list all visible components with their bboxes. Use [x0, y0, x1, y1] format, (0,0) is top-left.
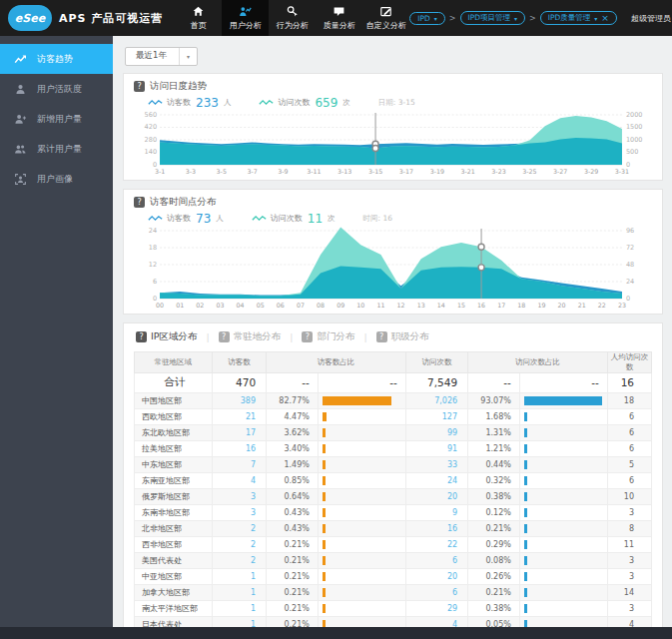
percentage-bar-cell	[519, 504, 607, 520]
sidebar-item-4[interactable]: 用户画像	[0, 164, 113, 194]
visitors-value[interactable]: 2	[212, 520, 266, 536]
nav-item-label: 自定义分析	[366, 20, 406, 31]
tab-label: IP区域分布	[151, 330, 198, 343]
visitors-bar	[323, 572, 326, 581]
region-cell: 东南非地区部	[135, 504, 213, 520]
chevron-down-icon[interactable]: ▾	[434, 15, 437, 22]
visits-value[interactable]: 16	[405, 520, 467, 536]
percentage-bar-cell	[519, 408, 607, 424]
help-icon[interactable]: ?	[134, 81, 145, 92]
visitors-pct: 3.40%	[267, 440, 319, 456]
tab-0[interactable]: ?IP区域分布	[136, 330, 198, 343]
percentage-bar-cell	[318, 568, 405, 584]
visits-value[interactable]: 22	[405, 536, 467, 552]
brand[interactable]: eSee APS 产品可视运营	[0, 0, 175, 36]
nav-item-1[interactable]: 用户分析	[222, 0, 269, 36]
visitors-value[interactable]: 2	[212, 536, 266, 552]
close-icon[interactable]: ×	[601, 14, 609, 23]
sidebar-item-2[interactable]: 新增用户量	[0, 104, 113, 134]
total-label: 合计	[135, 372, 213, 392]
visits-value[interactable]: 99	[405, 424, 467, 440]
tab-2[interactable]: ?部门分布	[302, 330, 354, 343]
visits-value[interactable]: 29	[405, 600, 467, 616]
date-range-select[interactable]: 最近1年 ▾	[125, 47, 198, 66]
visitors-value[interactable]: 7	[212, 456, 266, 472]
visitors-value[interactable]: 1	[212, 616, 266, 627]
help-icon[interactable]: ?	[134, 197, 145, 208]
visitors-value[interactable]: 21	[212, 408, 266, 424]
daily-trend-chart[interactable]: 001405002801000420150056020003-13-33-53-…	[134, 111, 652, 177]
visitors-value[interactable]: 389	[212, 392, 266, 408]
nav-item-0[interactable]: 首页	[175, 0, 222, 36]
new-user-icon	[14, 113, 27, 126]
nav-item-2[interactable]: 行为分析	[269, 0, 316, 36]
help-icon[interactable]: ?	[219, 331, 230, 342]
legend-value: 11	[308, 212, 323, 226]
sidebar-item-1[interactable]: 用户活跃度	[0, 74, 113, 104]
sidebar-item-0[interactable]: 访客趋势	[0, 44, 113, 74]
svg-text:420: 420	[145, 123, 157, 131]
total-visitors: 470	[212, 372, 266, 392]
legend-label: 访问次数	[271, 213, 303, 224]
hourly-chart[interactable]: 0062412481872249600010203040506070809101…	[134, 227, 652, 311]
topbar-right: IPD▾>IPD项目管理▾>IPD质量管理▾× 超级管理员	[409, 0, 672, 36]
visits-value[interactable]: 33	[405, 456, 467, 472]
legend-label: 访客数	[167, 213, 191, 224]
visits-value[interactable]: 20	[405, 488, 467, 504]
visits-value[interactable]: 91	[405, 440, 467, 456]
tab-label: 常驻地分布	[234, 330, 282, 343]
visits-bar	[524, 556, 527, 565]
svg-text:0: 0	[626, 295, 630, 303]
column-header: 访客数占比	[267, 351, 406, 372]
help-icon[interactable]: ?	[376, 331, 387, 342]
visitors-value[interactable]: 2	[212, 552, 266, 568]
help-icon[interactable]: ?	[136, 331, 147, 342]
tab-1[interactable]: ?常驻地分布	[219, 330, 282, 343]
visitors-value[interactable]: 3	[212, 504, 266, 520]
help-icon[interactable]: ?	[302, 331, 313, 342]
svg-text:1500: 1500	[626, 123, 643, 131]
visits-value[interactable]: 24	[405, 472, 467, 488]
visitors-value[interactable]: 16	[212, 440, 266, 456]
visitors-bar	[323, 620, 326, 628]
user-role-label: 超级管理员	[631, 13, 671, 24]
visits-value[interactable]: 4	[405, 616, 467, 627]
trend-icon	[14, 53, 27, 66]
region-cell: 加拿大地区部	[135, 584, 213, 600]
visitors-pct: 0.85%	[267, 472, 319, 488]
svg-text:24: 24	[626, 278, 634, 286]
nav-item-4[interactable]: 自定义分析	[362, 0, 409, 36]
date-range-label: 最近1年	[126, 50, 179, 62]
visits-value[interactable]: 7,026	[405, 392, 467, 408]
chevron-down-icon[interactable]: ▾	[179, 48, 197, 65]
visitors-value[interactable]: 1	[212, 568, 266, 584]
visits-value[interactable]: 6	[405, 584, 467, 600]
nav-item-label: 质量分析	[324, 20, 355, 31]
nav-item-3[interactable]: 质量分析	[316, 0, 362, 36]
filter-pill-0[interactable]: IPD▾	[409, 12, 445, 25]
sidebar-item-3[interactable]: 累计用户量	[0, 134, 113, 164]
zigzag-line-icon	[148, 98, 163, 107]
region-cell: 东南亚地区部	[135, 472, 213, 488]
legend-unit: 次	[342, 98, 350, 108]
chevron-down-icon[interactable]: ▾	[514, 15, 517, 22]
visits-value[interactable]: 127	[405, 408, 467, 424]
visitors-value[interactable]: 4	[212, 472, 266, 488]
visitors-value[interactable]: 1	[212, 584, 266, 600]
visitors-value[interactable]: 3	[212, 488, 266, 504]
visits-value[interactable]: 6	[405, 552, 467, 568]
visitors-value[interactable]: 1	[212, 600, 266, 616]
legend-value: 233	[196, 96, 219, 110]
svg-text:3-5: 3-5	[217, 168, 227, 175]
filter-pill-1[interactable]: IPD项目管理▾	[460, 11, 526, 25]
svg-text:19: 19	[537, 302, 545, 309]
visits-value[interactable]: 20	[405, 568, 467, 584]
sidebar-item-label: 新增用户量	[37, 113, 82, 126]
legend-unit: 次	[328, 214, 336, 224]
visitors-value[interactable]: 17	[212, 424, 266, 440]
filter-pill-2[interactable]: IPD质量管理▾×	[540, 11, 617, 25]
chevron-down-icon[interactable]: ▾	[594, 15, 597, 22]
visits-value[interactable]: 9	[405, 504, 467, 520]
tab-3[interactable]: ?职级分布	[376, 330, 429, 343]
legend-value: 73	[196, 212, 211, 226]
